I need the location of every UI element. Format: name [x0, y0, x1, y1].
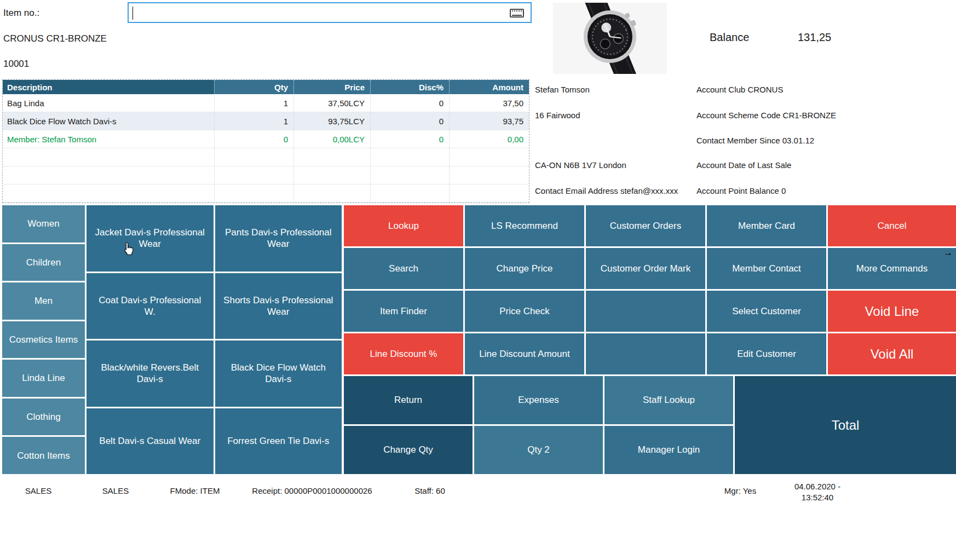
product-button-black-dice-flow-watch-davi-s[interactable]: Black Dice Flow Watch Davi-s [215, 340, 342, 407]
cell-empty [214, 184, 293, 202]
product-button-label: Black/white Revers.Belt Davi-s [92, 362, 208, 385]
product-button-coat-davi-s-professional-w[interactable]: Coat Davi-s Professional W. [87, 273, 214, 339]
member-card-button[interactable]: Member Card [707, 205, 826, 246]
receipt-line-1[interactable]: Bag Linda137,50LCY037,50 [3, 94, 529, 112]
function-button-label: Search [389, 263, 418, 274]
select-customer-button[interactable]: Select Customer [707, 291, 826, 332]
cell-empty [370, 166, 449, 184]
product-button-forrest-green-tie-davi-s[interactable]: Forrest Green Tie Davi-s [215, 408, 342, 475]
function-button-label: Edit Customer [737, 348, 796, 360]
cell-empty [214, 166, 293, 184]
cell-empty [293, 166, 370, 184]
product-button-label: Jacket Davi-s Professional Wear [92, 227, 208, 250]
cell-description: Member: Stefan Tomson [3, 130, 214, 148]
account-club: Account Club CRONUS [696, 85, 783, 94]
product-button-label: Forrest Green Tie Davi-s [227, 435, 329, 447]
product-button-belt-davi-s-casual-wear[interactable]: Belt Davi-s Casual Wear [87, 408, 214, 475]
cell-empty [370, 184, 449, 202]
change-price-button[interactable]: Change Price [465, 248, 584, 289]
qty-2-button[interactable]: Qty 2 [474, 426, 603, 474]
lookup-button[interactable]: Lookup [344, 205, 463, 246]
category-button-children[interactable]: Children [2, 244, 85, 281]
member-contact-button[interactable]: Member Contact [707, 248, 826, 289]
pos-screen: Item no.: CRONUS CR1-BRONZE 10001 Descri… [0, 0, 956, 560]
return-button[interactable]: Return [344, 376, 473, 424]
receipt-line-empty [3, 184, 529, 203]
manager-login-button[interactable]: Manager Login [604, 426, 733, 474]
product-button-jacket-davi-s-professional-wear[interactable]: Jacket Davi-s Professional Wear [87, 205, 214, 272]
function-button-label: Void Line [865, 303, 919, 320]
cell-price: 0,00LCY [293, 130, 370, 148]
function-button-grid: LookupLS RecommendCustomer OrdersMember … [344, 205, 956, 374]
keyboard-icon[interactable] [510, 9, 524, 18]
receipt-line-empty [3, 148, 529, 166]
cell-empty [449, 184, 529, 202]
receipt-line-3[interactable]: Member: Stefan Tomson00,00LCY00,00 [3, 130, 529, 148]
item-number-text: 10001 [3, 59, 29, 70]
product-button-black-white-revers-belt-davi-s[interactable]: Black/white Revers.Belt Davi-s [87, 340, 214, 407]
customer-email: Contact Email Address stefan@xxx.xxx [535, 186, 678, 195]
category-button-column: WomenChildrenMenCosmetics ItemsLinda Lin… [2, 205, 85, 474]
empty-button [586, 333, 705, 374]
cell-empty [3, 166, 214, 184]
category-button-cosmetics-items[interactable]: Cosmetics Items [2, 321, 85, 359]
cell-description: Black Dice Flow Watch Davi-s [3, 112, 214, 130]
receipt-table: DescriptionQtyPriceDisc%Amount Bag Linda… [2, 79, 529, 203]
price-check-button[interactable]: Price Check [465, 291, 584, 332]
customer-order-mark-button[interactable]: Customer Order Mark [586, 248, 705, 289]
product-button-pants-davi-s-professional-wear[interactable]: Pants Davi-s Professional Wear [215, 205, 342, 272]
cell-empty [214, 148, 293, 166]
cell-qty: 0 [214, 130, 293, 148]
cell-disc: 0 [370, 94, 449, 112]
category-button-cotton-items[interactable]: Cotton Items [2, 437, 85, 474]
more-commands-button[interactable]: More Commands→ [828, 248, 956, 289]
function-button-label: Line Discount Amount [479, 348, 569, 360]
category-button-women[interactable]: Women [2, 205, 85, 243]
bottom-button-grid: Return Expenses Staff Lookup Total Chang… [344, 376, 956, 474]
ls-recommend-button[interactable]: LS Recommend [465, 205, 584, 246]
total-button[interactable]: Total [735, 376, 956, 474]
expenses-button[interactable]: Expenses [474, 376, 603, 424]
more-commands-arrow-icon: → [943, 248, 953, 257]
cancel-button[interactable]: Cancel [828, 205, 956, 246]
cell-empty [293, 184, 370, 202]
status-time: 13:52:40 [794, 492, 840, 503]
status-staff: Staff: 60 [414, 486, 445, 495]
staff-lookup-button[interactable]: Staff Lookup [604, 376, 733, 424]
product-button-shorts-davi-s-professional-wear[interactable]: Shorts Davi-s Professional Wear [215, 273, 342, 339]
product-button-label: Belt Davi-s Casual Wear [99, 435, 200, 447]
receipt-line-empty [3, 166, 529, 184]
product-button-label: Shorts Davi-s Professional Wear [221, 295, 337, 318]
customer-city: CA-ON N6B 1V7 London [535, 160, 626, 170]
status-date: 04.06.2020 - [794, 481, 840, 492]
function-button-label: Item Finder [380, 305, 427, 317]
line-discount-amount-button[interactable]: Line Discount Amount [465, 333, 584, 374]
category-button-clothing[interactable]: Clothing [2, 399, 85, 436]
function-button-label: Cancel [878, 220, 907, 232]
receipt-line-2[interactable]: Black Dice Flow Watch Davi-s193,75LCY093… [3, 112, 529, 130]
cell-amount: 0,00 [449, 130, 529, 148]
change-qty-button[interactable]: Change Qty [344, 426, 473, 474]
cell-disc: 0 [370, 130, 449, 148]
void-line-button[interactable]: Void Line [828, 291, 956, 332]
account-scheme-code: Account Scheme Code CR1-BRONZE [696, 111, 836, 120]
category-button-linda-line[interactable]: Linda Line [2, 360, 85, 397]
account-point-balance: Account Point Balance 0 [696, 186, 786, 195]
column-header-price: Price [293, 80, 370, 94]
account-scheme-title: CRONUS CR1-BRONZE [3, 33, 107, 44]
item-finder-button[interactable]: Item Finder [344, 291, 463, 332]
edit-customer-button[interactable]: Edit Customer [707, 333, 826, 374]
line-discount-button[interactable]: Line Discount % [344, 333, 463, 374]
item-no-input[interactable] [128, 2, 532, 23]
empty-button [586, 291, 705, 332]
search-button[interactable]: Search [344, 248, 463, 289]
customer-orders-button[interactable]: Customer Orders [586, 205, 705, 246]
customer-name: Stefan Tomson [535, 85, 590, 94]
status-store: SALES [25, 486, 51, 495]
cell-price: 37,50LCY [293, 94, 370, 112]
category-button-men[interactable]: Men [2, 282, 85, 320]
void-all-button[interactable]: Void All [828, 333, 956, 374]
balance-label: Balance [710, 31, 749, 44]
date-of-last-sale: Account Date of Last Sale [696, 160, 791, 170]
product-image-watch [553, 3, 667, 74]
